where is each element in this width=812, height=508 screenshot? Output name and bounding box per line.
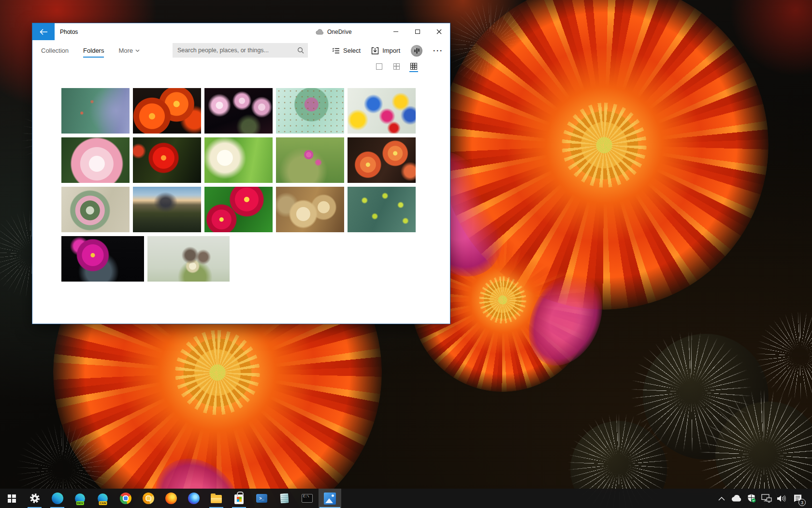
taskbar-command-prompt[interactable]: C:\ xyxy=(296,489,319,508)
canary-badge: CAN xyxy=(99,501,107,505)
dev-badge: DEV xyxy=(76,501,84,505)
chevron-down-icon xyxy=(135,49,140,52)
back-arrow-icon xyxy=(40,29,48,35)
taskbar-edge[interactable] xyxy=(46,489,69,508)
search-box xyxy=(173,43,308,58)
search-icon xyxy=(297,47,304,54)
taskbar-firefox[interactable] xyxy=(160,489,182,508)
taskbar-edge-canary[interactable]: CAN xyxy=(91,489,114,508)
tray-show-hidden-icons[interactable] xyxy=(714,489,729,508)
import-button[interactable]: Import xyxy=(371,47,400,55)
photos-window: Photos OneDrive Collection Folders More xyxy=(32,23,450,324)
photo-thumbnail[interactable] xyxy=(276,88,344,134)
search-button[interactable] xyxy=(293,43,308,58)
caption-buttons xyxy=(385,23,450,40)
search-input[interactable] xyxy=(173,47,293,54)
firefox-nightly-icon xyxy=(188,493,200,504)
view-size-toggles xyxy=(32,61,450,75)
onedrive-status[interactable]: OneDrive xyxy=(316,23,352,40)
tab-more[interactable]: More xyxy=(118,47,140,54)
taskbar-photos[interactable] xyxy=(319,489,341,508)
command-prompt-icon: C:\ xyxy=(302,494,313,503)
edge-icon xyxy=(52,493,63,504)
close-button[interactable] xyxy=(428,23,450,40)
see-more-button[interactable]: ··· xyxy=(433,46,443,55)
photos-app-icon xyxy=(324,493,336,505)
photo-thumbnail[interactable] xyxy=(133,187,201,232)
select-button[interactable]: Select xyxy=(332,47,361,54)
view-large-button[interactable] xyxy=(375,63,383,74)
volume-icon xyxy=(777,494,786,503)
microsoft-store-icon xyxy=(234,494,244,504)
tray-onedrive[interactable] xyxy=(729,489,744,508)
photo-thumbnail[interactable] xyxy=(348,88,416,134)
taskbar-file-explorer[interactable] xyxy=(205,489,228,508)
nav-tabs: Collection Folders More xyxy=(41,40,140,61)
photo-thumbnail[interactable] xyxy=(133,88,201,134)
back-button[interactable] xyxy=(32,23,55,40)
toolbar-actions: Select Import ··· xyxy=(332,40,443,61)
file-explorer-icon xyxy=(211,495,222,503)
close-icon xyxy=(436,29,442,34)
maximize-icon xyxy=(415,30,420,34)
onedrive-cloud-icon xyxy=(316,29,324,35)
taskbar-chrome[interactable] xyxy=(114,489,137,508)
tray-action-center[interactable]: 3 xyxy=(789,489,806,508)
tray-volume[interactable] xyxy=(774,489,789,508)
start-button[interactable] xyxy=(0,489,23,508)
photo-thumbnail[interactable] xyxy=(133,137,201,183)
maximize-button[interactable] xyxy=(406,23,428,40)
tray-network[interactable] xyxy=(759,489,774,508)
photo-thumbnail[interactable] xyxy=(61,88,130,134)
tab-folders[interactable]: Folders xyxy=(83,47,104,54)
tab-collection[interactable]: Collection xyxy=(41,47,69,54)
notepad-icon xyxy=(280,493,289,503)
minimize-icon xyxy=(393,31,398,32)
avatar-cactus-icon xyxy=(416,48,418,54)
taskbar-edge-dev[interactable]: DEV xyxy=(69,489,91,508)
photo-thumbnail[interactable] xyxy=(348,137,416,183)
taskbar-firefox-nightly[interactable] xyxy=(182,489,205,508)
edge-canary-icon: CAN xyxy=(98,493,108,504)
tray-windows-defender[interactable] xyxy=(744,489,759,508)
taskbar-microsoft-store[interactable] xyxy=(228,489,250,508)
powershell-icon: >_ xyxy=(256,494,267,503)
view-small-icon xyxy=(410,63,417,70)
network-icon xyxy=(761,494,772,503)
chevron-up-icon xyxy=(718,496,725,501)
photo-thumbnail[interactable] xyxy=(204,88,273,134)
taskbar-settings[interactable] xyxy=(23,489,46,508)
command-bar: Collection Folders More xyxy=(32,40,450,61)
view-small-button[interactable] xyxy=(409,63,418,74)
taskbar-powershell[interactable]: >_ xyxy=(250,489,273,508)
taskbar-notepad[interactable] xyxy=(273,489,296,508)
photo-grid xyxy=(61,88,416,282)
defender-shield-icon xyxy=(747,493,756,503)
minimize-button[interactable] xyxy=(385,23,406,40)
title-bar: Photos OneDrive xyxy=(32,23,450,40)
photo-thumbnail[interactable] xyxy=(61,137,130,183)
photo-thumbnail[interactable] xyxy=(276,187,344,232)
view-large-icon xyxy=(376,63,382,70)
taskbar-chrome-canary[interactable] xyxy=(137,489,160,508)
notification-count-badge: 3 xyxy=(798,499,806,506)
firefox-icon xyxy=(165,493,177,504)
photo-thumbnail[interactable] xyxy=(348,187,416,232)
photo-thumbnail[interactable] xyxy=(204,187,273,232)
chrome-icon xyxy=(120,493,131,504)
windows-logo-icon xyxy=(8,494,16,503)
settings-gear-icon xyxy=(30,493,40,503)
photo-thumbnail[interactable] xyxy=(204,137,273,183)
account-avatar[interactable] xyxy=(411,45,422,57)
photo-thumbnail[interactable] xyxy=(61,236,144,282)
select-label: Select xyxy=(343,47,361,54)
photo-thumbnail[interactable] xyxy=(61,187,130,232)
onedrive-cloud-icon xyxy=(731,495,742,502)
chrome-canary-icon xyxy=(143,493,154,504)
photo-thumbnail[interactable] xyxy=(147,236,230,282)
import-label: Import xyxy=(382,47,400,54)
photo-thumbnail[interactable] xyxy=(276,137,344,183)
window-title: Photos xyxy=(60,29,78,35)
taskbar: DEV CAN >_ C:\ xyxy=(0,489,812,508)
view-medium-button[interactable] xyxy=(392,63,401,74)
